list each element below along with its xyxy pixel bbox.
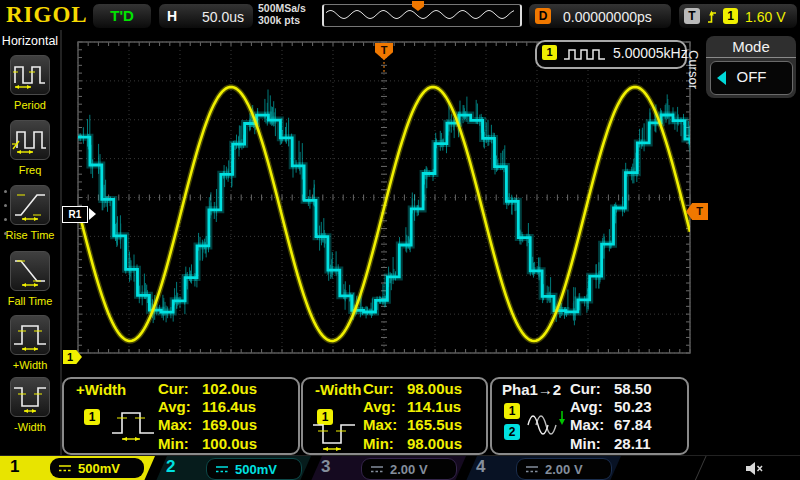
acquisition-info: 500MSa/s 300k pts [258,3,320,26]
measurement-title: Pha1→2 [502,381,561,398]
speaker-muted-icon [744,460,764,477]
channel-scale: 500mV [235,462,277,477]
channel-4-button[interactable]: 4 2.00 V [466,456,621,480]
ch1-badge: 1 [504,403,520,419]
measure-value: 100.0us [202,435,257,452]
menu-title: Horizontal [0,34,60,48]
cursor-mode-button[interactable]: OFF [710,61,793,95]
channel-number: 1 [10,457,19,477]
measure-key: Max: [363,416,407,433]
channel-scale: 500mV [78,461,120,476]
sidebar-item-label: Period [0,99,60,111]
trigger-status-badge: T'D [92,3,152,29]
menu-page-dot [4,232,7,235]
sidebar-item-fall-time[interactable]: Fall Time [0,251,60,307]
measurement-panel-phase: Pha1→2 1 2 Cur:58.50 Avg:50.23 Max:67.84… [490,377,689,455]
status-bar: RIGOL T'D H 50.0us 500MSa/s 300k pts D 0… [0,0,800,30]
channel-scale: 2.00 V [545,462,583,477]
dc-coupling-icon [215,465,229,474]
sample-rate: 500MSa/s [258,3,320,15]
measure-key: Cur: [363,380,407,397]
ch1-badge: 1 [84,409,100,425]
pos-width-icon [110,405,156,445]
channel-2-button[interactable]: 2 500mV [156,456,311,480]
sidebar-item-label: -Width [0,421,60,433]
measure-value: 169.0us [202,416,257,433]
memory-depth: 300k pts [258,15,320,27]
measure-value: 98.00us [407,380,462,397]
horizontal-timebase-badge[interactable]: H 50.0us [158,3,254,29]
delay-label: D [535,8,551,24]
channel-scale-box: 2.00 V [361,458,457,480]
cursor-mode-panel: Mode OFF [706,36,796,98]
channel-1-button[interactable]: 1 500mV [0,456,155,480]
dc-coupling-icon [370,465,384,474]
measurement-title: -Width [315,381,362,398]
dc-coupling-icon [525,465,539,474]
neg-width-icon [10,377,50,417]
measure-value: 67.84 [614,416,652,433]
trigger-badge[interactable]: T 1 1.60 V [678,3,798,29]
channel-number: 4 [476,457,485,477]
fall-time-icon [10,251,50,291]
measurement-panel-neg-width: -Width 1 Cur:98.00us Avg:114.1us Max:165… [301,377,488,455]
sidebar-item-label: +Width [0,359,60,371]
channel-scale-box: 2.00 V [516,458,612,480]
channel-scale-box: 500mV [50,458,144,478]
rigol-logo: RIGOL [6,2,88,28]
measure-key: Avg: [158,398,202,415]
measurement-title: +Width [76,381,126,398]
square-wave-icon [562,48,610,61]
divider [694,456,706,480]
ch2-badge: 2 [504,424,520,440]
measure-key: Max: [570,416,614,433]
measure-key: Min: [363,435,407,452]
oscilloscope-screen: RIGOL T'D H 50.0us 500MSa/s 300k pts D 0… [0,0,800,480]
frequency-counter-badge: 1 5.00005kHz [535,40,687,69]
sidebar-item-label: Rise Time [0,229,60,241]
sidebar-item-pos-width[interactable]: +Width [0,315,60,371]
measurement-panel-pos-width: +Width 1 Cur:102.0us Avg:116.4us Max:169… [62,377,300,455]
cursor-tab: Cursor [686,50,701,89]
sidebar-item-period[interactable]: Period [0,55,60,111]
sidebar-item-neg-width[interactable]: -Width [0,377,60,433]
h-label: H [167,8,177,24]
period-icon [10,55,50,95]
channel-number: 2 [166,457,175,477]
measure-value: 165.5us [407,416,462,433]
measure-key: Cur: [158,380,202,397]
channel-scale: 2.00 V [390,462,428,477]
horizontal-measure-menu: Horizontal Period Freq [0,30,62,455]
delay-badge[interactable]: D 0.00000000ps [528,3,672,29]
menu-page-dot [4,190,7,193]
rising-edge-icon [705,8,719,25]
freq-icon [10,120,50,160]
measure-value: 50.23 [614,398,652,415]
measure-key: Cur: [570,380,614,397]
delay-value: 0.00000000ps [563,9,652,25]
channel-status-bar: 1 500mV 2 500mV 3 [0,455,800,480]
trigger-source-badge: 1 [723,8,738,24]
sidebar-item-rise-time[interactable]: Rise Time [0,185,60,241]
neg-width-icon [311,419,357,453]
measure-key: Max: [158,416,202,433]
measure-value: 114.1us [407,398,461,415]
sidebar-item-label: Freq [0,164,60,176]
trigger-level-value: 1.60 V [745,9,785,25]
sidebar-item-freq[interactable]: Freq [0,120,60,176]
ref-waveform-marker[interactable]: R1 [62,206,88,223]
menu-page-dot [4,218,7,221]
menu-page-dot [4,204,7,207]
mode-value: OFF [711,68,792,85]
sidebar-item-label: Fall Time [0,295,60,307]
timebase-value: 50.0us [202,9,244,25]
trigger-label: T [684,8,700,24]
measure-value: 102.0us [202,380,257,397]
rise-time-icon [10,185,50,225]
ref-marker-arrow-icon [89,208,96,220]
pos-width-icon [10,315,50,355]
channel-number: 3 [321,457,330,477]
freq-source-badge: 1 [542,45,557,60]
freq-value: 5.00005kHz [613,45,688,61]
channel-3-button[interactable]: 3 2.00 V [311,456,466,480]
